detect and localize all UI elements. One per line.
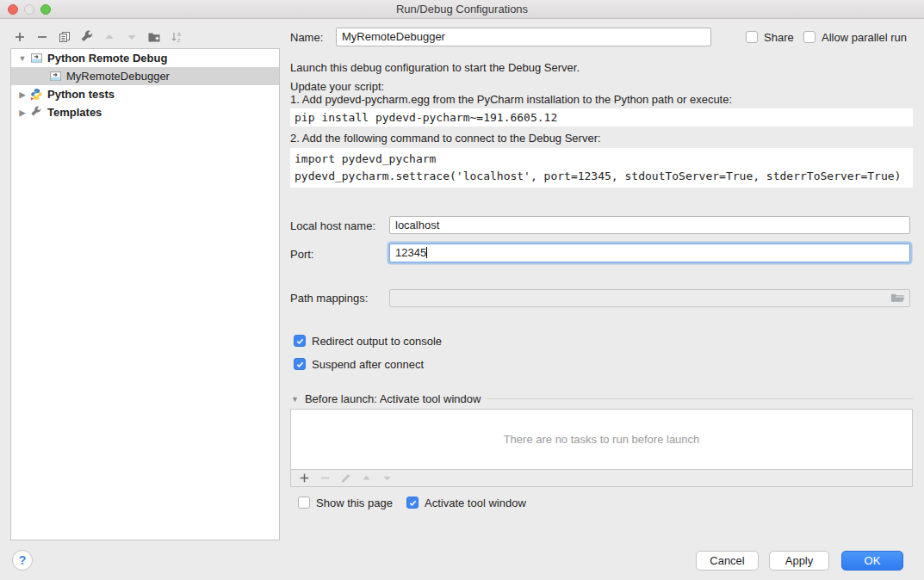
tree-item-python-remote-debug[interactable]: ▼ Python Remote Debug	[11, 49, 279, 67]
port-input[interactable]: 12345	[389, 244, 910, 262]
allow-parallel-run-label: Allow parallel run	[822, 31, 907, 44]
allow-parallel-checkbox-row: Allow parallel run	[803, 28, 907, 46]
show-this-page-checkbox[interactable]	[298, 497, 310, 509]
tree-item-label: Python Remote Debug	[47, 52, 167, 65]
text-caret	[426, 247, 427, 258]
tree-item-python-tests[interactable]: ▶ Python tests	[11, 85, 279, 103]
edit-defaults-wrench-icon[interactable]	[79, 30, 94, 45]
add-task-button[interactable]	[298, 472, 311, 484]
share-checkbox[interactable]	[746, 31, 758, 43]
description-line-1: Launch this debug configuration to start…	[290, 61, 580, 74]
suspend-after-connect-checkbox[interactable]	[294, 358, 306, 370]
settrace-code-block: import pydevd_pycharm pydevd_pycharm.set…	[290, 148, 913, 188]
local-host-name-input[interactable]: localhost	[389, 216, 910, 234]
expand-collapse-icon[interactable]: ▶	[18, 90, 27, 99]
remove-configuration-button[interactable]	[34, 30, 49, 45]
close-window-button[interactable]	[8, 4, 18, 15]
wrench-icon	[30, 106, 43, 119]
name-value: MyRemoteDebugger	[342, 30, 445, 43]
local-host-name-value: localhost	[395, 219, 439, 231]
move-task-up-button[interactable]	[360, 472, 373, 484]
path-mappings-label: Path mappings:	[290, 292, 368, 305]
tasks-toolbar	[291, 469, 912, 486]
move-task-down-button[interactable]	[381, 472, 394, 484]
suspend-after-connect-row: Suspend after connect	[294, 356, 424, 372]
zoom-window-button[interactable]	[40, 4, 51, 15]
sort-alphabetically-button[interactable]: az	[169, 30, 183, 45]
run-configuration-icon	[49, 70, 62, 83]
ok-button[interactable]: OK	[841, 551, 903, 571]
name-input[interactable]: MyRemoteDebugger	[336, 28, 711, 46]
redirect-output-row: Redirect output to console	[294, 333, 442, 349]
tree-item-label: Python tests	[47, 88, 115, 101]
path-mappings-input[interactable]	[389, 289, 910, 307]
allow-parallel-run-checkbox[interactable]	[803, 31, 815, 43]
activate-tool-window-checkbox[interactable]	[406, 497, 419, 509]
settrace-code-line-1: import pydevd_pycharm	[295, 152, 436, 165]
edit-task-pencil-icon[interactable]	[339, 472, 352, 484]
move-down-button[interactable]	[124, 30, 139, 45]
apply-button[interactable]: Apply	[769, 551, 829, 571]
cancel-button[interactable]: Cancel	[696, 551, 759, 571]
name-label: Name:	[290, 31, 323, 44]
add-configuration-button[interactable]	[12, 30, 27, 45]
step-1-text: 1. Add pydevd-pycharm.egg from the PyCha…	[290, 93, 732, 106]
help-button[interactable]: ?	[12, 550, 33, 571]
python-icon	[30, 88, 43, 101]
create-folder-button[interactable]	[146, 30, 161, 45]
configurations-tree: ▼ Python Remote Debug MyRemoteDebugger ▶…	[10, 48, 280, 540]
before-launch-header: ▼ Before launch: Activate tool window	[291, 392, 913, 405]
pip-install-code: pip install pydevd-pycharm~=191.6605.12	[290, 108, 913, 126]
share-checkbox-row: Share	[746, 28, 794, 46]
remove-task-button[interactable]	[319, 472, 332, 484]
settrace-code-line-2: pydevd_pycharm.settrace('localhost', por…	[295, 170, 901, 182]
collapse-section-icon[interactable]: ▼	[291, 395, 299, 404]
window-controls	[8, 4, 51, 15]
step-2-text: 2. Add the following command to connect …	[290, 132, 601, 145]
svg-text:a: a	[177, 31, 181, 37]
expand-collapse-icon[interactable]: ▼	[18, 54, 27, 63]
tree-item-templates[interactable]: ▶ Templates	[11, 103, 279, 121]
activate-tool-window-row: Activate tool window	[406, 495, 526, 510]
no-tasks-message: There are no tasks to run before launch	[291, 410, 912, 469]
before-launch-title: Before launch: Activate tool window	[305, 392, 481, 405]
title-bar: Run/Debug Configurations	[0, 0, 924, 19]
expand-collapse-icon[interactable]: ▶	[18, 108, 27, 117]
show-this-page-row: Show this page	[298, 495, 393, 510]
browse-folder-icon[interactable]	[890, 292, 905, 307]
minimize-window-button[interactable]	[24, 4, 34, 15]
tree-item-myremotedebugger[interactable]: MyRemoteDebugger	[11, 67, 279, 85]
redirect-output-checkbox[interactable]	[294, 335, 306, 347]
local-host-name-label: Local host name:	[290, 219, 375, 232]
move-up-button[interactable]	[102, 30, 116, 45]
show-this-page-label: Show this page	[316, 497, 393, 509]
redirect-output-label: Redirect output to console	[312, 335, 442, 348]
svg-text:z: z	[177, 37, 180, 43]
before-launch-tasks-panel: There are no tasks to run before launch	[290, 409, 913, 487]
port-label: Port:	[290, 248, 313, 261]
share-label: Share	[764, 31, 794, 44]
configurations-toolbar: az	[12, 27, 183, 47]
tree-item-label: Templates	[47, 106, 102, 119]
port-value: 12345	[395, 246, 426, 259]
tree-item-label: MyRemoteDebugger	[66, 70, 170, 83]
copy-configuration-icon[interactable]	[57, 30, 71, 45]
window-title: Run/Debug Configurations	[0, 0, 924, 19]
description-line-2: Update your script:	[290, 80, 384, 93]
activate-tool-window-label: Activate tool window	[425, 497, 526, 509]
run-configuration-icon	[30, 52, 43, 65]
section-separator-line	[487, 398, 913, 399]
suspend-after-connect-label: Suspend after connect	[312, 358, 424, 371]
